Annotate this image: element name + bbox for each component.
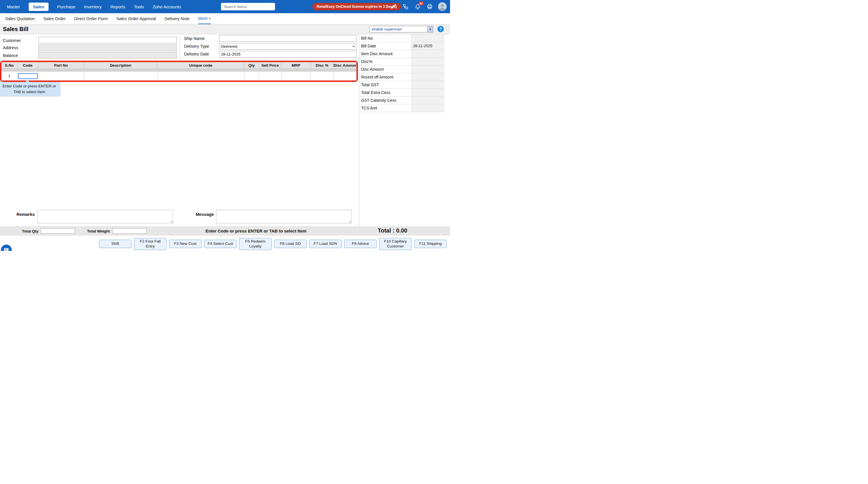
page-header: Sales Bill khabib supermart ▼ ? <box>0 24 450 34</box>
cell-disc-pct[interactable] <box>311 72 334 81</box>
delivery-type-label: Delivery Type <box>184 44 209 49</box>
table-strip <box>1 69 356 72</box>
f10-capillary-customer-button[interactable]: F10 Capillary Customer <box>379 238 412 250</box>
sales-subnav: Sales Quotation Sales Order Direct Order… <box>0 13 450 24</box>
subnav-delivery-note[interactable]: Delivery Note <box>164 13 189 24</box>
summary-row-tcs-amt: TCS Amt <box>360 104 444 112</box>
page-title: Sales Bill <box>3 26 28 32</box>
user-avatar[interactable] <box>438 2 446 11</box>
menu-purchase[interactable]: Purchase <box>57 4 75 9</box>
f7-load-sdn-button[interactable]: F7 Load SDN <box>309 240 342 248</box>
address-label: Address <box>3 46 18 50</box>
bell-icon[interactable]: 62 <box>414 3 422 10</box>
topbar-icons: 62 <box>390 0 446 13</box>
balance-label: Balance <box>3 53 18 58</box>
f6-load-so-button[interactable]: F6 Load SO <box>274 240 307 248</box>
menu-zoho-accounts[interactable]: Zoho Accounts <box>153 4 181 9</box>
items-table: S.No Code Part No Description Unique cod… <box>1 62 356 81</box>
shift-button[interactable]: Shift <box>99 240 131 248</box>
menu-tools[interactable]: Tools <box>134 4 144 9</box>
cell-code[interactable] <box>18 72 38 81</box>
balance-input <box>38 52 177 59</box>
notification-badge: 62 <box>418 1 424 5</box>
code-input[interactable] <box>18 73 38 79</box>
f3-new-cust-button[interactable]: F3 New Cust <box>169 240 202 248</box>
printer-icon[interactable] <box>426 3 433 10</box>
search-input[interactable] <box>221 3 275 10</box>
summary-row-total-gst: Total GST <box>360 81 444 89</box>
subnav-more[interactable]: More ▾ <box>198 13 211 24</box>
subnav-sales-quotation[interactable]: Sales Quotation <box>5 13 35 24</box>
code-entry-tooltip: Enter Code or press ENTER or TAB to sele… <box>0 82 60 96</box>
license-expiry-alert[interactable]: RetailEasy OnCloud license expires in 3 … <box>312 3 401 10</box>
cell-mrp[interactable] <box>281 72 311 81</box>
f2-foot-fall-entry-button[interactable]: F2 Foot Fall Entry <box>134 238 166 250</box>
form-divider <box>180 36 180 60</box>
ship-name-input[interactable] <box>219 35 357 42</box>
col-sno: S.No <box>1 62 18 69</box>
summary-row-gst-calamity-cess: GST Calamity Cess <box>360 96 444 104</box>
col-disc-amount: Disc Amount <box>334 62 356 69</box>
customer-label: Customer <box>3 38 21 43</box>
col-qty: Qty <box>244 62 259 69</box>
summary-row-disc-pct: Disc% <box>360 58 444 65</box>
cell-sell-price[interactable] <box>259 72 281 81</box>
f11-shipping-button[interactable]: F11 Shipping <box>414 240 446 248</box>
chat-bubble-icon <box>3 247 9 251</box>
f9-advice-button[interactable]: F9 Advice <box>344 240 377 248</box>
col-mrp: MRP <box>281 62 311 69</box>
cell-part-no[interactable] <box>38 72 84 81</box>
cell-qty[interactable] <box>244 72 259 81</box>
summary-row-bill-date: Bill Date 28-11-2025 <box>360 42 444 50</box>
brush-icon[interactable] <box>390 3 397 10</box>
total-weight-input[interactable] <box>112 228 147 234</box>
cell-description[interactable] <box>84 72 157 81</box>
store-selector[interactable]: khabib supermart ▼ <box>369 26 433 32</box>
summary-row-bill-no: Bill No <box>360 34 444 42</box>
subnav-direct-order-form[interactable]: Direct Order Form <box>74 13 108 24</box>
summary-row-item-disc-amount: Item Disc Amount <box>360 50 444 58</box>
totals-strip: Total Qty Total Weight Enter Code or pre… <box>0 226 450 236</box>
cell-disc-amount[interactable] <box>334 72 356 81</box>
subnav-sales-order-approval[interactable]: Sales Order Approval <box>116 13 156 24</box>
cell-unique-code[interactable] <box>157 72 244 81</box>
summary-row-disc-amount: Disc Amount <box>360 65 444 73</box>
remarks-textarea[interactable] <box>38 210 173 223</box>
total-weight-label: Total Weight <box>84 229 110 233</box>
message-textarea[interactable] <box>216 210 352 223</box>
col-part-no: Part No <box>38 62 84 69</box>
menu-reports[interactable]: Reports <box>110 4 125 9</box>
delivery-type-value: Delivered <box>219 44 351 49</box>
col-code: Code <box>18 62 38 69</box>
delivery-date-input[interactable] <box>219 51 357 57</box>
items-table-header: S.No Code Part No Description Unique cod… <box>1 62 356 69</box>
delivery-type-select[interactable]: Delivered <box>219 43 357 50</box>
customer-input[interactable] <box>38 37 177 44</box>
subnav-more-label: More <box>198 16 208 21</box>
top-navigation-bar: Master Sales Purchase Inventory Reports … <box>0 0 450 13</box>
menu-sales[interactable]: Sales <box>29 3 49 11</box>
help-icon[interactable]: ? <box>437 26 444 32</box>
f5-redeem-loyalty-button[interactable]: F5 Redeem Loyalty <box>239 238 272 250</box>
summary-row-total-extra-cess: Total Extra Cess <box>360 89 444 96</box>
menu-master[interactable]: Master <box>7 4 20 9</box>
chevron-down-icon: ▾ <box>209 17 211 21</box>
message-label: Message <box>193 212 214 217</box>
delivery-date-label: Delivery Date <box>184 52 209 56</box>
subnav-sales-order[interactable]: Sales Order <box>43 13 65 24</box>
col-description: Description <box>84 62 157 69</box>
function-button-bar: Shift F2 Foot Fall Entry F3 New Cust F4 … <box>0 236 450 251</box>
store-selector-value: khabib supermart <box>370 27 427 31</box>
total-qty-label: Total Qty <box>16 229 38 233</box>
workflow-icon[interactable] <box>402 3 409 10</box>
col-unique-code: Unique code <box>157 62 244 69</box>
col-sell-price: Sell Price <box>259 62 281 69</box>
f4-select-cust-button[interactable]: F4 Select Cust <box>204 240 237 248</box>
ship-name-label: Ship Name <box>184 36 205 41</box>
highlight-annotation: S.No Code Part No Description Unique cod… <box>0 61 358 82</box>
select-arrow-icon: ▼ <box>427 26 433 32</box>
code-entry-hint: Enter Code or press ENTER or TAB to sele… <box>206 228 306 233</box>
total-qty-input[interactable] <box>40 228 75 234</box>
summary-row-round-off: Round off Amount <box>360 73 444 81</box>
menu-inventory[interactable]: Inventory <box>84 4 102 9</box>
